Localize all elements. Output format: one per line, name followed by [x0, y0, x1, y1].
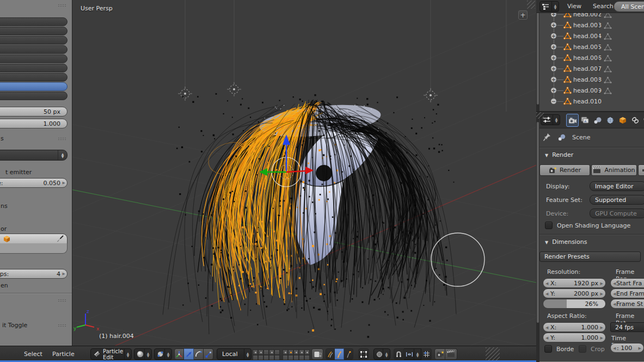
layer-cell[interactable] — [253, 355, 258, 360]
layer-cell[interactable] — [274, 349, 280, 355]
arrow-left-icon[interactable] — [545, 281, 548, 286]
scale-manipulator-button[interactable] — [204, 348, 213, 360]
transform-orientation-dropdown[interactable]: Local — [217, 348, 252, 360]
arrow-left-icon[interactable] — [613, 281, 616, 286]
mesh-data-icon-dim[interactable] — [604, 33, 612, 40]
layers-group-2[interactable] — [283, 349, 310, 360]
resolution-x-stepper[interactable]: X: 1920 px — [543, 278, 606, 288]
manipulator-toggle-button[interactable] — [174, 348, 184, 360]
arrow-left-icon[interactable] — [613, 346, 616, 351]
layer-cell[interactable] — [253, 349, 258, 355]
open-properties-region-button[interactable] — [518, 10, 528, 20]
layer-cell[interactable] — [293, 355, 299, 360]
render-animation-button[interactable]: Animation — [591, 164, 637, 176]
dimensions-panel-header[interactable]: Dimensions — [545, 238, 587, 246]
brush-list-item-2[interactable] — [0, 27, 68, 35]
object-picker-field[interactable] — [0, 234, 68, 244]
layer-cell[interactable] — [263, 355, 269, 360]
render-presets-dropdown[interactable]: Render Presets — [539, 251, 641, 262]
mesh-data-icon-dim[interactable] — [604, 76, 612, 84]
brush-list-item-7[interactable] — [0, 73, 68, 82]
render-audio-button[interactable] — [638, 164, 644, 176]
outliner-search-menu[interactable]: Search — [593, 3, 614, 10]
crop-checkbox[interactable] — [579, 345, 586, 353]
mode-dropdown[interactable]: Particle Edit — [90, 348, 132, 360]
limit-selection-visible-button[interactable] — [358, 348, 369, 360]
pivot-point-dropdown[interactable] — [154, 348, 172, 360]
osl-checkbox[interactable] — [545, 222, 553, 229]
layer-cell[interactable] — [288, 355, 293, 360]
panel-grip[interactable] — [58, 299, 67, 303]
arrow-left-icon[interactable] — [545, 336, 548, 340]
aspect-y-stepper[interactable]: Y: 1.000 — [543, 333, 606, 342]
layer-cell[interactable] — [258, 349, 263, 355]
layer-cell[interactable] — [269, 349, 274, 355]
mesh-data-icon-dim[interactable] — [604, 87, 612, 95]
empty-objects[interactable] — [178, 0, 506, 112]
edit-toggle-panel-header[interactable]: it Toggle — [2, 322, 27, 329]
outliner-row[interactable]: head.003 — [536, 20, 644, 30]
display-dropdown[interactable]: Image Editor — [590, 181, 644, 191]
tab-constraints[interactable] — [629, 114, 641, 127]
expand-icon[interactable] — [550, 54, 557, 61]
expand-icon[interactable] — [550, 33, 557, 39]
arrow-right-icon[interactable] — [639, 346, 641, 351]
tab-render-layers[interactable] — [579, 114, 591, 127]
layer-cell[interactable] — [269, 355, 274, 360]
object-picker-subrow[interactable] — [0, 243, 68, 254]
panel-grip[interactable] — [58, 137, 67, 141]
snap-target-button[interactable] — [421, 348, 432, 360]
arrow-right-icon[interactable] — [600, 326, 603, 330]
brush-list-item-6[interactable] — [0, 64, 68, 72]
area-corner-handle[interactable] — [486, 347, 500, 361]
mesh-data-icon-dim[interactable] — [604, 44, 612, 51]
layer-cell[interactable] — [283, 349, 288, 355]
particle-menu[interactable]: Particle — [52, 351, 75, 358]
brush-list-item-9[interactable] — [0, 91, 68, 100]
expand-icon[interactable] — [550, 22, 557, 28]
arrow-left-icon[interactable] — [613, 292, 616, 296]
expand-icon[interactable] — [550, 76, 557, 83]
frame-step-stepper[interactable]: Frame St — [610, 299, 644, 309]
snap-element-dropdown[interactable] — [404, 348, 421, 360]
brush-strength-slider[interactable]: : 1.000 — [0, 119, 68, 128]
arrow-left-icon[interactable] — [613, 302, 616, 306]
arrow-right-icon[interactable] — [600, 281, 603, 286]
panel-grip[interactable] — [58, 4, 67, 8]
outliner-row[interactable]: head.006 — [536, 52, 644, 63]
expand-icon[interactable] — [550, 44, 557, 50]
outliner-row[interactable]: head.007 — [536, 63, 644, 74]
outliner-view-menu[interactable]: View — [567, 3, 581, 10]
steps-stepper[interactable]: eps: 4 — [0, 269, 68, 279]
tab-modifiers[interactable] — [641, 114, 644, 127]
border-checkbox[interactable] — [544, 345, 552, 353]
layer-cell[interactable] — [304, 349, 310, 355]
rotate-manipulator-button[interactable] — [194, 348, 204, 360]
editor-type-dropdown[interactable] — [539, 1, 559, 12]
curve-preset-dropdown[interactable] — [0, 150, 68, 161]
layers-group-1[interactable] — [253, 349, 280, 360]
resolution-scale-slider[interactable]: 26% — [543, 299, 606, 309]
brush-list-item-3[interactable] — [0, 36, 68, 45]
arrow-left-icon[interactable] — [545, 326, 548, 330]
mesh-data-icon-dim[interactable] — [604, 65, 612, 73]
stepper-arrows-icon[interactable] — [58, 150, 67, 160]
collapse-icon[interactable] — [550, 98, 557, 105]
viewport-canvas[interactable]: yxz — [72, 0, 536, 346]
end-frame-stepper[interactable]: End Fram — [610, 289, 644, 298]
arrow-right-icon[interactable] — [600, 292, 603, 296]
render-animation-button[interactable] — [445, 348, 457, 360]
area-corner-handle[interactable] — [536, 112, 544, 119]
start-frame-stepper[interactable]: Start Fra — [610, 278, 644, 288]
brush-list-item-5[interactable] — [0, 54, 68, 63]
frame-rate-dropdown[interactable]: 24 fps — [610, 322, 644, 332]
lock-to-scene-button[interactable] — [311, 348, 323, 360]
render-still-button[interactable] — [434, 348, 445, 360]
tab-render[interactable] — [566, 114, 579, 127]
outliner-item-label[interactable]: head.010 — [573, 98, 602, 105]
area-corner-handle[interactable] — [527, 1, 535, 9]
outliner-row[interactable]: head.009 — [536, 85, 644, 96]
eyedropper-icon[interactable] — [56, 235, 64, 243]
tab-world[interactable] — [604, 114, 616, 127]
brush-cursor[interactable] — [431, 233, 484, 286]
